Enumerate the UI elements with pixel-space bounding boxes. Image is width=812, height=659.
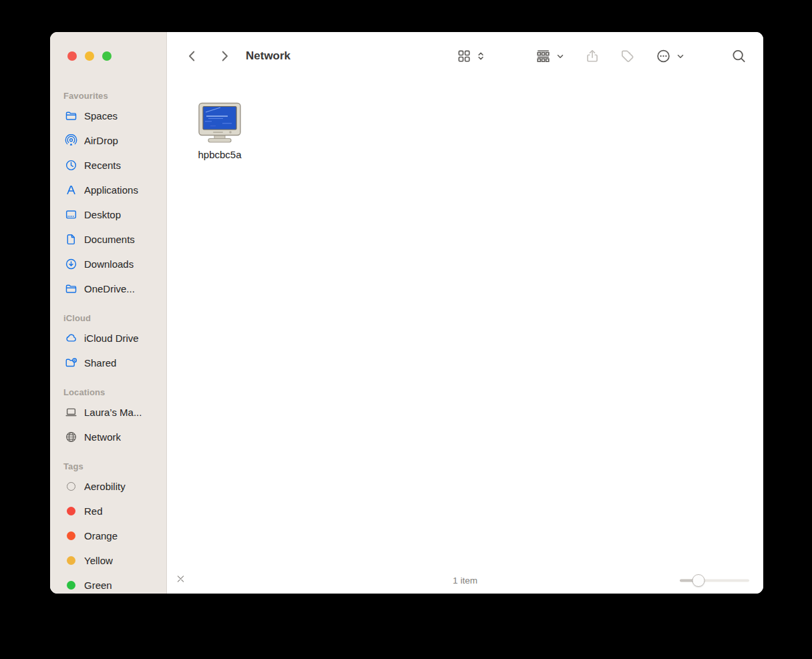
zoom-window-button[interactable] [102,51,112,61]
sidebar-section-title: Tags [63,449,166,474]
sidebar-sections: FavouritesSpacesAirDropRecentsApplicatio… [63,79,166,594]
view-options-button[interactable] [457,49,485,63]
sidebar-item-label: Yellow [84,555,113,566]
laptop-icon [63,406,78,419]
sidebar-item-label: Documents [84,234,135,245]
sidebar-item-airdrop[interactable]: AirDrop [63,128,166,153]
sidebar-item-desktop[interactable]: Desktop [63,202,166,227]
search-icon [731,49,747,64]
document-icon [63,233,78,246]
tag-dot-icon [63,505,78,518]
sidebar-item-label: Spaces [84,110,118,122]
file-item-hpbcbc5a[interactable]: hpbcbc5a [196,102,244,160]
folder-icon [63,282,78,296]
tag-dot-icon [63,554,78,568]
desktop-icon [63,208,78,222]
minimize-window-button[interactable] [85,51,94,61]
download-icon [63,258,78,271]
main-area: Network hpbcbc5a [167,32,763,594]
icon-size-slider[interactable] [680,574,749,587]
sidebar-item-label: Laura’s Ma... [84,407,142,418]
sidebar-item-label: Network [84,431,121,443]
tag-dot-icon [67,581,75,590]
sidebar-item-label: Orange [84,530,118,541]
grid-view-icon [457,49,471,63]
traffic-lights [63,32,166,79]
airdrop-icon [63,134,78,148]
sidebar-item-recents[interactable]: Recents [63,153,166,178]
sidebar-item-label: Green [84,580,112,591]
chevrons-up-down-icon [476,51,485,61]
sidebar-item-label: AirDrop [84,135,118,146]
sidebar-item-label: Downloads [84,258,134,270]
sidebar-item-red[interactable]: Red [63,499,166,523]
sidebar-item-network[interactable]: Network [63,425,166,449]
sidebar-item-label: Red [84,505,103,517]
sidebar-item-spaces[interactable]: Spaces [63,103,166,128]
sidebar-section: LocationsLaura’s Ma...Network [63,375,166,449]
sidebar-item-label: Shared [84,357,116,369]
share-button[interactable] [585,48,600,64]
sidebar-item-shared[interactable]: Shared [63,351,166,375]
item-count-label: 1 item [453,576,477,586]
sidebar-item-laura-s-ma[interactable]: Laura’s Ma... [63,400,166,425]
zoom-slider-thumb[interactable] [692,574,705,587]
toolbar: Network [167,32,763,80]
sidebar-section-title: iCloud [63,301,166,326]
sidebar-item-label: iCloud Drive [84,333,139,344]
chevron-left-icon [186,49,199,63]
close-x-icon [176,574,186,584]
sidebar-item-onedrive[interactable]: OneDrive... [63,276,166,301]
sidebar-item-label: Applications [84,184,138,196]
sidebar-item-green[interactable]: Green [63,573,166,594]
sidebar-item-documents[interactable]: Documents [63,227,166,252]
sidebar: FavouritesSpacesAirDropRecentsApplicatio… [50,32,167,594]
finder-window: FavouritesSpacesAirDropRecentsApplicatio… [50,32,763,594]
network-computer-icon [196,102,244,145]
folder-icon [63,109,78,123]
tag-dot-icon [63,480,78,493]
window-title: Network [246,49,290,63]
tag-dot-icon [67,507,75,515]
sidebar-item-downloads[interactable]: Downloads [63,252,166,276]
more-actions-button[interactable] [656,49,685,64]
search-button[interactable] [731,49,747,64]
tag-dot-icon [67,556,75,565]
sidebar-item-icloud-drive[interactable]: iCloud Drive [63,326,166,351]
sidebar-item-applications[interactable]: Applications [63,178,166,202]
sidebar-section: FavouritesSpacesAirDropRecentsApplicatio… [63,79,166,301]
back-button[interactable] [186,49,199,63]
cancel-button[interactable] [176,574,186,587]
chevron-right-icon [218,49,231,63]
sidebar-section-title: Favourites [63,79,166,103]
sidebar-item-label: OneDrive... [84,283,135,294]
group-view-icon [536,49,551,64]
sidebar-section-title: Locations [63,375,166,400]
file-item-label: hpbcbc5a [198,149,241,160]
sidebar-item-orange[interactable]: Orange [63,523,166,548]
applications-icon [63,184,78,197]
share-icon [585,48,600,64]
close-window-button[interactable] [67,51,77,61]
tags-button[interactable] [620,49,635,64]
clock-icon [63,159,78,172]
shared-folder-icon [63,357,78,370]
ellipsis-circle-icon [656,49,671,64]
forward-button[interactable] [218,49,231,63]
sidebar-item-label: Recents [84,160,121,171]
sidebar-section: TagsAerobilityRedOrangeYellowGreen [63,449,166,594]
globe-icon [63,431,78,444]
sidebar-section: iCloudiCloud DriveShared [63,301,166,375]
cloud-icon [63,332,78,345]
sidebar-item-yellow[interactable]: Yellow [63,548,166,573]
tag-dot-icon [67,531,75,540]
tag-icon [620,49,635,64]
sidebar-item-aerobility[interactable]: Aerobility [63,474,166,499]
sidebar-item-label: Desktop [84,209,121,220]
tag-dot-icon [63,579,78,592]
sidebar-item-label: Aerobility [84,481,126,492]
status-bar: 1 item [167,567,763,594]
chevron-down-icon [556,51,565,61]
tag-dot-icon [63,529,78,543]
group-by-button[interactable] [536,49,565,64]
